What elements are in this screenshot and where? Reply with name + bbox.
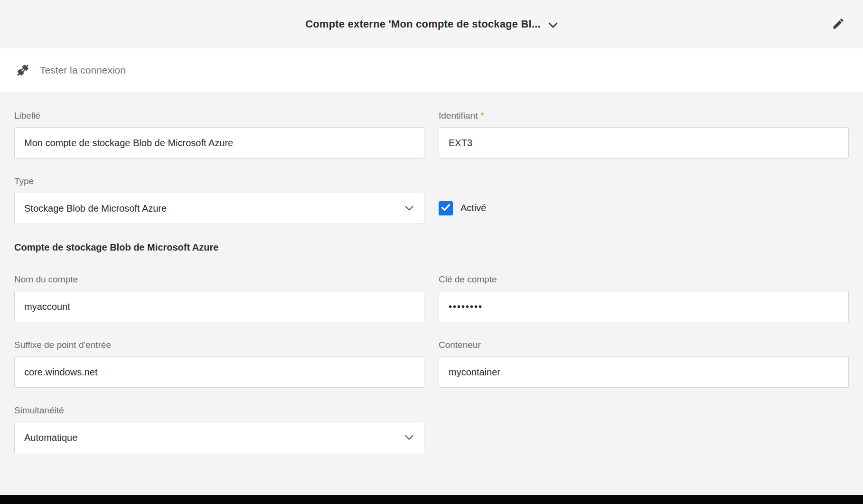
field-label-type: Type bbox=[14, 176, 424, 187]
chevron-down-icon bbox=[405, 206, 413, 211]
header: Compte externe 'Mon compte de stockage B… bbox=[0, 0, 863, 48]
concurrency-select[interactable]: Automatique bbox=[14, 422, 424, 453]
field-label-account-key: Clé de compte bbox=[439, 274, 849, 285]
required-asterisk: * bbox=[480, 111, 484, 121]
field-label-concurrency: Simultanéité bbox=[14, 405, 424, 416]
chevron-down-icon bbox=[548, 22, 558, 28]
concurrency-select-value: Automatique bbox=[24, 432, 77, 443]
field-identifiant: Identifiant* bbox=[439, 110, 849, 159]
bottom-bar bbox=[0, 495, 863, 504]
field-label-libelle: Libellé bbox=[14, 110, 424, 121]
field-label-container: Conteneur bbox=[439, 339, 849, 351]
section-heading: Compte de stockage Blob de Microsoft Azu… bbox=[14, 242, 849, 253]
test-connection-button[interactable]: Tester la connexion bbox=[14, 62, 126, 79]
form: Libellé Identifiant* Type Stockage Blob … bbox=[0, 92, 863, 495]
external-account-panel: Compte externe 'Mon compte de stockage B… bbox=[0, 0, 863, 504]
account-title-dropdown[interactable]: Compte externe 'Mon compte de stockage B… bbox=[305, 18, 558, 30]
account-key-input[interactable] bbox=[439, 291, 849, 322]
type-select-value: Stockage Blob de Microsoft Azure bbox=[24, 203, 167, 214]
field-active: Activé bbox=[439, 176, 849, 224]
plug-connection-icon bbox=[14, 62, 31, 79]
toolbar: Tester la connexion bbox=[0, 48, 863, 92]
account-name-input[interactable] bbox=[14, 291, 424, 322]
field-account-key: Clé de compte bbox=[439, 274, 849, 322]
enabled-checkbox[interactable] bbox=[439, 201, 453, 215]
field-libelle: Libellé bbox=[14, 110, 424, 159]
empty-cell bbox=[439, 405, 849, 453]
field-label-identifiant: Identifiant* bbox=[439, 110, 849, 121]
identifiant-label-text: Identifiant bbox=[439, 111, 478, 121]
field-endpoint-suffix: Suffixe de point d'entrée bbox=[14, 339, 424, 388]
edit-button[interactable] bbox=[829, 15, 848, 34]
libelle-input[interactable] bbox=[14, 127, 424, 159]
check-icon bbox=[440, 202, 451, 215]
chevron-down-icon bbox=[405, 435, 413, 440]
pencil-icon bbox=[832, 17, 845, 32]
field-label-endpoint-suffix: Suffixe de point d'entrée bbox=[14, 339, 424, 351]
field-account-name: Nom du compte bbox=[14, 274, 424, 322]
endpoint-suffix-input[interactable] bbox=[14, 356, 424, 388]
page-title: Compte externe 'Mon compte de stockage B… bbox=[305, 18, 541, 30]
field-container: Conteneur bbox=[439, 339, 849, 388]
field-concurrency: Simultanéité Automatique bbox=[14, 405, 424, 453]
field-label-account-name: Nom du compte bbox=[14, 274, 424, 285]
field-type: Type Stockage Blob de Microsoft Azure bbox=[14, 176, 424, 224]
type-select[interactable]: Stockage Blob de Microsoft Azure bbox=[14, 193, 424, 224]
identifiant-input[interactable] bbox=[439, 127, 849, 159]
enabled-checkbox-label: Activé bbox=[460, 203, 486, 214]
container-input[interactable] bbox=[439, 356, 849, 388]
test-connection-label: Tester la connexion bbox=[40, 65, 126, 76]
